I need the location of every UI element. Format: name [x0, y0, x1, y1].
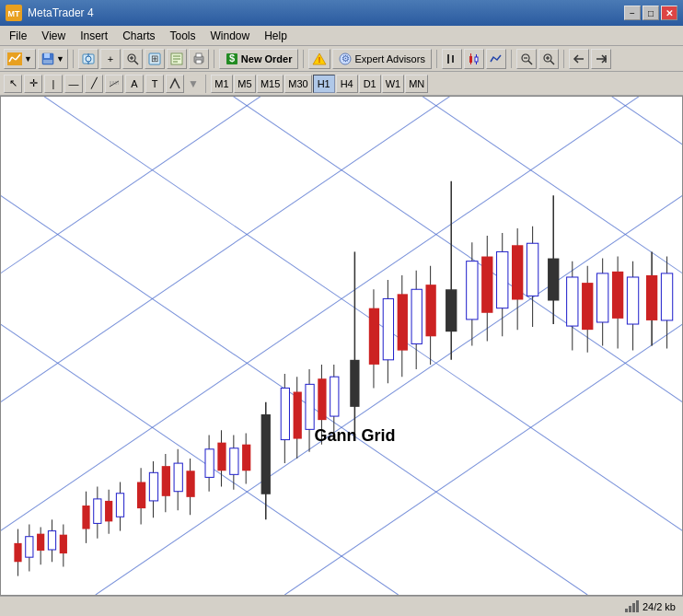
period-btn-m15[interactable]: M15	[257, 75, 284, 93]
vertical-line-tool[interactable]: |	[44, 75, 63, 93]
period-buttons: M1M5M15M30H1H4D1W1MN	[211, 75, 428, 93]
menu-item-insert[interactable]: Insert	[73, 28, 115, 44]
svg-rect-123	[398, 294, 408, 350]
svg-rect-95	[186, 471, 194, 497]
menu-bar: FileViewInsertChartsToolsWindowHelp	[0, 26, 683, 46]
warning-icon: !	[308, 49, 330, 69]
crosshair-tool[interactable]: ✛	[24, 75, 42, 93]
scroll-left[interactable]	[569, 49, 589, 69]
app-icon: MT	[6, 5, 22, 21]
svg-rect-149	[612, 272, 623, 319]
expert-advisors-button[interactable]: ⚙ Expert Advisors	[332, 49, 431, 69]
window-controls[interactable]: − □ ✕	[624, 6, 677, 20]
fibo-tool[interactable]	[105, 75, 123, 93]
svg-rect-125	[411, 289, 422, 343]
separator2	[214, 50, 214, 68]
period-btn-d1[interactable]: D1	[359, 75, 381, 93]
svg-rect-119	[369, 308, 379, 365]
svg-rect-93	[174, 463, 182, 492]
shape-tool[interactable]	[166, 75, 184, 93]
svg-text:MT: MT	[8, 9, 20, 18]
template-button[interactable]	[167, 49, 187, 69]
zoom-in-chart[interactable]	[538, 49, 559, 69]
text-tool[interactable]: A	[125, 75, 144, 93]
svg-rect-89	[149, 472, 157, 501]
text-label-tool[interactable]: T	[145, 75, 164, 93]
svg-rect-38	[469, 56, 472, 63]
svg-rect-7	[44, 53, 50, 58]
chart-type-bar[interactable]	[442, 49, 462, 69]
zoom-in-button[interactable]	[122, 49, 143, 69]
svg-rect-117	[350, 360, 359, 407]
separator6	[563, 50, 564, 68]
menu-item-help[interactable]: Help	[257, 28, 295, 44]
chart-type-candle[interactable]	[464, 49, 484, 69]
close-button[interactable]: ✕	[661, 6, 677, 20]
svg-rect-103	[242, 445, 250, 471]
minimize-button[interactable]: −	[624, 6, 641, 20]
period-btn-mn[interactable]: MN	[405, 75, 428, 93]
arrow-tool[interactable]: ↖	[4, 75, 22, 93]
svg-rect-73	[37, 534, 44, 551]
menu-item-tools[interactable]: Tools	[163, 28, 203, 44]
separator3	[303, 50, 304, 68]
svg-rect-137	[512, 245, 523, 299]
svg-rect-91	[162, 466, 170, 496]
new-chart-button[interactable]: ▼	[4, 49, 36, 69]
scroll-end[interactable]	[591, 49, 611, 69]
zoom-out-button[interactable]: ⊞	[145, 49, 165, 69]
svg-rect-135	[497, 251, 508, 308]
period-btn-m1[interactable]: M1	[211, 75, 233, 93]
svg-rect-83	[105, 501, 112, 521]
toolbar-drawing: ↖ ✛ | — ╱ A T ▼ M1M5M15M30H1H4D1W1MN	[0, 72, 683, 96]
menu-item-view[interactable]: View	[34, 28, 73, 44]
svg-rect-147	[597, 273, 608, 322]
svg-rect-105	[261, 414, 271, 494]
svg-text:!: !	[318, 55, 321, 64]
svg-rect-111	[306, 384, 314, 429]
crosshair-button[interactable]: +	[100, 49, 121, 69]
status-bar: 24/2 kb	[0, 596, 683, 616]
svg-rect-79	[82, 506, 89, 529]
svg-rect-97	[205, 449, 214, 478]
main-area: Gann Grid	[0, 96, 683, 596]
svg-line-48	[550, 61, 554, 64]
menu-item-window[interactable]: Window	[203, 28, 258, 44]
trendline-tool[interactable]: ╱	[85, 75, 103, 93]
svg-rect-107	[281, 388, 289, 439]
save-button[interactable]: ▼	[38, 49, 68, 69]
svg-line-14	[134, 61, 138, 64]
period-btn-m30[interactable]: M30	[284, 75, 311, 93]
svg-rect-115	[330, 377, 339, 416]
window-title: MetaTrader 4	[28, 6, 94, 19]
new-order-button[interactable]: $ New Order	[219, 49, 299, 69]
period-btn-h1[interactable]: H1	[313, 75, 335, 93]
svg-rect-41	[475, 57, 478, 62]
title-bar-left: MT MetaTrader 4	[6, 5, 94, 21]
zoom-out-chart[interactable]	[516, 49, 537, 69]
chart-area[interactable]: Gann Grid	[0, 96, 683, 596]
period-btn-m5[interactable]: M5	[234, 75, 256, 93]
svg-rect-101	[230, 448, 238, 475]
svg-rect-155	[661, 273, 672, 320]
svg-line-45	[528, 61, 532, 64]
separator	[73, 50, 74, 68]
svg-rect-143	[567, 277, 578, 326]
print-button[interactable]	[189, 49, 209, 69]
chart-type-line[interactable]	[486, 49, 506, 69]
menu-item-charts[interactable]: Charts	[115, 28, 162, 44]
period-btn-h4[interactable]: H4	[336, 75, 358, 93]
svg-rect-24	[196, 53, 202, 57]
navigator-button[interactable]	[78, 49, 98, 69]
svg-rect-8	[43, 60, 52, 64]
size-indicator: 24/2 kb	[625, 600, 676, 612]
svg-rect-77	[60, 535, 67, 553]
toolbar-main: ▼ ▼ + ⊞	[0, 46, 683, 72]
svg-rect-129	[446, 289, 457, 331]
period-btn-w1[interactable]: W1	[382, 75, 405, 93]
maximize-button[interactable]: □	[642, 6, 659, 20]
horizontal-line-tool[interactable]: —	[64, 75, 83, 93]
svg-rect-151	[627, 277, 638, 324]
menu-item-file[interactable]: File	[2, 28, 34, 44]
svg-text:⊞: ⊞	[151, 53, 158, 64]
